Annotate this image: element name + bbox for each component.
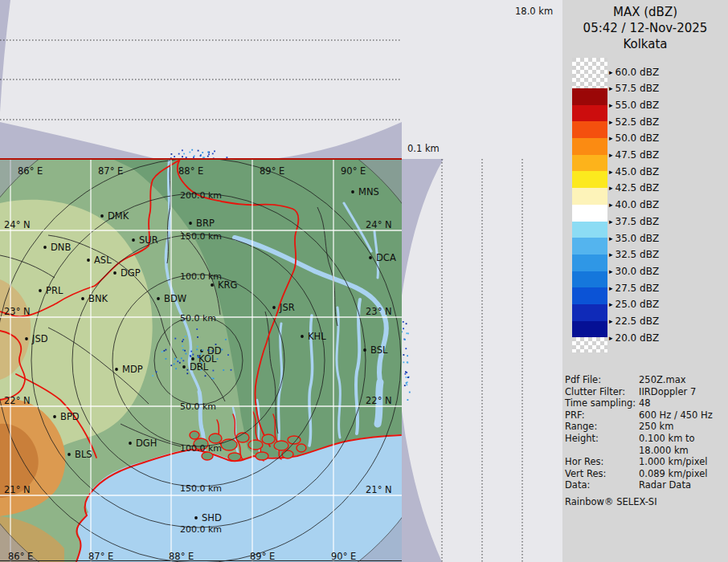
swatch-color xyxy=(572,155,607,172)
station-dot xyxy=(351,190,354,193)
echo-pixel xyxy=(405,371,407,373)
coverage-wedge xyxy=(402,159,444,295)
echo-pixel xyxy=(177,360,178,362)
echo-pixel xyxy=(212,350,214,352)
legend-entry: ▸45.0 dBZ xyxy=(609,165,659,177)
echo-pixel xyxy=(402,331,403,332)
metadata-value: 48 xyxy=(639,397,726,409)
station-code: PRL xyxy=(46,285,63,296)
arrow-icon: ▸ xyxy=(609,184,613,192)
legend-entry: ▸32.5 dBZ xyxy=(609,249,659,261)
echo-pixel xyxy=(175,368,177,369)
station-dot xyxy=(81,297,84,300)
station-code: KHL xyxy=(308,331,326,342)
echo-pixel xyxy=(407,355,408,356)
map-graphic: 50.0 km50.0 km100.0 km100.0 km150.0 km15… xyxy=(0,159,402,562)
echo-pixel xyxy=(215,344,217,345)
arrow-icon: ▸ xyxy=(609,68,613,76)
station-dot xyxy=(129,442,132,445)
scan-metadata: Pdf File:250Z.maxClutter Filter:IIRDoppl… xyxy=(565,374,726,491)
swatch-color xyxy=(572,271,607,288)
echo-pixel xyxy=(406,323,407,324)
echo-pixel xyxy=(183,153,185,155)
station-code: BRP xyxy=(196,218,215,229)
legend-entry: ▸27.5 dBZ xyxy=(609,282,659,294)
metadata-label: Time sampling: xyxy=(565,397,639,409)
arrow-icon: ▸ xyxy=(609,84,613,92)
station-dot xyxy=(272,306,276,309)
range-ring-label: 200.0 km xyxy=(180,524,222,535)
metadata-value: Radar Data xyxy=(639,479,726,491)
swatch-color xyxy=(572,188,607,205)
echo-pixel xyxy=(403,328,404,329)
station-code: JSR xyxy=(279,302,295,313)
swatch-color xyxy=(572,287,607,304)
height-gridlines xyxy=(0,40,402,120)
echo-pixel xyxy=(212,153,214,155)
swatch-color xyxy=(572,255,607,271)
metadata-row: Vert Res:0.089 km/pixel xyxy=(565,468,726,480)
latitude-label: 23° N xyxy=(4,306,31,317)
swatch-color xyxy=(572,238,607,255)
legend-entry-label: 37.5 dBZ xyxy=(616,216,660,227)
echo-pixel xyxy=(197,336,198,338)
arrow-icon: ▸ xyxy=(609,334,613,342)
echo-pixel xyxy=(191,149,193,151)
station-code: BNK xyxy=(88,293,108,304)
station-dot xyxy=(87,259,90,262)
metadata-value: 250Z.max xyxy=(639,374,726,386)
software-credit: Rainbow® SELEX-SI xyxy=(565,496,657,507)
metadata-value: 0.100 km to xyxy=(639,433,726,445)
legend-entry: ▸25.0 dBZ xyxy=(609,299,659,311)
radar-display-window: 50.0 km50.0 km100.0 km100.0 km150.0 km15… xyxy=(0,0,728,562)
echo-pixel xyxy=(162,351,163,352)
metadata-value: 18.000 km xyxy=(639,445,726,457)
latitude-label: 22° N xyxy=(366,395,392,406)
station-code: BPD xyxy=(60,411,80,422)
arrow-icon: ▸ xyxy=(609,250,613,259)
legend-entry: ▸22.5 dBZ xyxy=(609,316,659,328)
swatch-color xyxy=(572,105,607,122)
echo-pixel xyxy=(223,369,224,371)
station-dot xyxy=(363,348,366,352)
echo-pixel xyxy=(201,362,202,364)
station-code: JSD xyxy=(31,333,48,344)
echo-pixel xyxy=(403,361,405,363)
legend-entry: ▸57.5 dBZ xyxy=(609,83,659,95)
range-ring-label: 50.0 km xyxy=(180,313,216,324)
echo-pixel xyxy=(182,349,184,351)
legend-entry-label: 45.0 dBZ xyxy=(616,166,660,177)
station-code: SUR xyxy=(139,234,158,246)
echo-pixel xyxy=(405,373,407,375)
longitude-label: 88° E xyxy=(178,165,203,177)
echo-pixel xyxy=(170,364,172,366)
swatch-color xyxy=(572,222,607,238)
station-code: MNS xyxy=(358,186,379,198)
echo-pixel xyxy=(182,149,183,151)
legend-entry-label: 20.0 dBZ xyxy=(616,332,660,344)
metadata-value: 250 km xyxy=(639,421,726,433)
metadata-row: Pdf File:250Z.max xyxy=(565,374,726,386)
echo-pixel xyxy=(198,356,200,358)
echo-pixel xyxy=(186,369,188,371)
legend-entry: ▸52.5 dBZ xyxy=(609,116,659,128)
legend-panel: MAX (dBZ) 05:42 / 12-Nov-2025 Kolkata ▸6… xyxy=(562,0,728,562)
coverage-wedge xyxy=(0,122,157,159)
metadata-row: Height:0.100 km to xyxy=(565,433,726,445)
echo-pixel xyxy=(174,338,176,340)
legend-entry-label: 55.0 dBZ xyxy=(616,100,660,111)
echo-pixel xyxy=(166,349,167,351)
swatch-color xyxy=(572,121,607,138)
legend-entry: ▸30.0 dBZ xyxy=(609,265,659,277)
echo-pixel xyxy=(174,156,175,157)
legend-entry: ▸55.0 dBZ xyxy=(609,99,659,111)
arrow-icon: ▸ xyxy=(609,134,613,142)
echo-pixel xyxy=(197,346,198,348)
echo-pixel xyxy=(198,355,199,356)
echo-pixel xyxy=(156,371,157,373)
station-dot xyxy=(53,415,56,418)
radar-echoes-right-projection xyxy=(402,321,411,401)
station-dot xyxy=(301,335,304,338)
legend-entry-label: 27.5 dBZ xyxy=(616,283,660,294)
echo-pixel xyxy=(192,354,194,356)
